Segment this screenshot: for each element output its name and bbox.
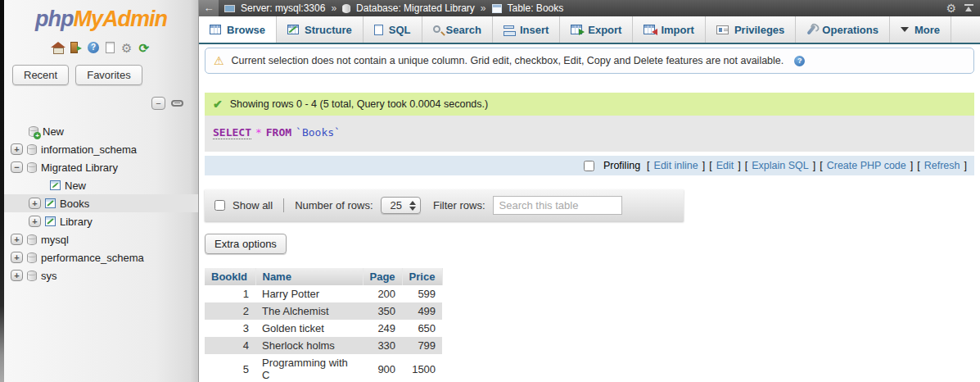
tree-label: Migrated Library xyxy=(41,161,118,174)
breadcrumb-separator: » xyxy=(331,2,336,14)
explain-sql-link[interactable]: Explain SQL xyxy=(752,160,808,171)
check-icon: ✔ xyxy=(213,98,223,111)
cell-bookid: 4 xyxy=(205,337,255,354)
bracket: ] xyxy=(910,160,913,171)
show-all-checkbox[interactable] xyxy=(215,200,225,211)
page-settings-icon[interactable]: ⚙ xyxy=(946,2,956,15)
breadcrumb-separator: » xyxy=(481,2,486,14)
sidebar-toolbar: ? ⚙ ⟳ xyxy=(4,40,198,55)
profiling-checkbox[interactable] xyxy=(584,161,594,171)
tree-item-mysql[interactable]: + mysql xyxy=(4,230,198,248)
bracket: [ xyxy=(647,160,649,171)
recent-button[interactable]: Recent xyxy=(12,65,69,85)
extra-options-button[interactable]: Extra options xyxy=(205,234,287,254)
expand-icon[interactable]: + xyxy=(11,252,23,263)
cell-page: 350 xyxy=(363,302,402,320)
database-icon xyxy=(27,234,37,245)
help-icon[interactable]: ? xyxy=(88,42,99,53)
warning-text: Current selection does not contain a uni… xyxy=(232,55,784,66)
refresh-link[interactable]: Refresh xyxy=(924,160,960,171)
column-header-name[interactable]: Name xyxy=(255,268,363,285)
create-php-code-link[interactable]: Create PHP code xyxy=(827,160,906,171)
main-panel: ← Server: mysql:3306 » Database: Migrate… xyxy=(199,0,980,382)
expand-icon[interactable]: + xyxy=(11,270,23,281)
navigation-sidebar: phpMyAdmin ? ⚙ ⟳ Recent Favorites − New … xyxy=(4,0,199,382)
tree-item-books[interactable]: + Books xyxy=(4,194,198,212)
edit-link[interactable]: Edit xyxy=(716,160,734,171)
database-icon xyxy=(27,271,37,281)
tree-item-library[interactable]: + Library xyxy=(4,212,198,230)
link-icon[interactable] xyxy=(171,100,183,107)
search-icon xyxy=(433,25,440,33)
column-header-page[interactable]: Page xyxy=(363,268,402,285)
expand-panel-icon[interactable] xyxy=(964,4,973,12)
show-all-label: Show all xyxy=(233,199,273,211)
expand-icon[interactable]: + xyxy=(29,198,41,209)
export-icon xyxy=(571,25,582,34)
tree-label: New xyxy=(43,125,64,138)
tab-label: Browse xyxy=(227,24,265,36)
tree-item-new-table[interactable]: New xyxy=(4,176,198,194)
tab-insert[interactable]: Insert xyxy=(493,16,560,43)
phpmyadmin-app: phpMyAdmin ? ⚙ ⟳ Recent Favorites − New … xyxy=(0,0,980,382)
tree-label: Library xyxy=(60,216,93,228)
breadcrumb-database[interactable]: Database: Migrated Library xyxy=(356,2,475,14)
tree-item-performance-schema[interactable]: + performance_schema xyxy=(4,248,198,266)
tab-browse[interactable]: Browse xyxy=(199,16,277,43)
column-header-price[interactable]: Price xyxy=(402,268,442,285)
expand-icon[interactable]: + xyxy=(11,143,23,155)
bracket: ] xyxy=(702,160,705,171)
tab-label: Search xyxy=(446,24,481,36)
database-new-icon xyxy=(29,126,38,137)
tab-privileges[interactable]: Privileges xyxy=(706,16,796,43)
tab-operations[interactable]: Operations xyxy=(796,16,890,43)
column-header-bookid[interactable]: BookId xyxy=(205,268,255,285)
tab-more[interactable]: More xyxy=(890,16,951,43)
breadcrumb-table[interactable]: Table: Books xyxy=(508,2,564,14)
edit-inline-link[interactable]: Edit inline xyxy=(654,160,698,171)
expand-icon[interactable]: + xyxy=(11,234,23,245)
tree-controls: − xyxy=(4,85,198,110)
expand-icon[interactable]: + xyxy=(29,216,41,227)
sidebar-panel-buttons: Recent Favorites xyxy=(4,55,198,85)
tree-item-new-database[interactable]: New xyxy=(4,122,198,140)
favorites-button[interactable]: Favorites xyxy=(75,65,142,85)
logo-myadmin-text: MyAdmin xyxy=(73,7,167,31)
tree-label: Books xyxy=(60,198,89,210)
import-icon xyxy=(644,25,655,34)
refresh-icon[interactable]: ⟳ xyxy=(138,42,149,54)
tree-label: information_schema xyxy=(41,143,137,156)
help-icon[interactable]: ? xyxy=(794,56,805,66)
sql-keyword-select: SELECT xyxy=(213,126,251,139)
cell-page: 200 xyxy=(363,285,402,302)
bracket: [ xyxy=(917,160,919,171)
docs-icon[interactable] xyxy=(106,42,115,53)
settings-icon[interactable]: ⚙ xyxy=(121,42,132,54)
tab-label: Operations xyxy=(822,24,878,36)
table-row: 4 Sherlock holms 330 799 xyxy=(205,337,442,354)
home-icon[interactable] xyxy=(53,48,64,54)
tree-label: New xyxy=(65,180,86,192)
tab-structure[interactable]: Structure xyxy=(277,16,364,43)
logo-php-text: php xyxy=(35,7,73,31)
tree-item-sys[interactable]: + sys xyxy=(4,266,198,284)
collapse-all-button[interactable]: − xyxy=(151,97,165,110)
cell-price: 799 xyxy=(402,337,442,354)
tree-item-migrated-library[interactable]: − Migrated Library xyxy=(4,158,198,176)
tab-import[interactable]: Import xyxy=(633,16,705,43)
back-button[interactable]: ← xyxy=(199,0,219,16)
tab-search[interactable]: Search xyxy=(422,16,493,43)
cell-name: The Alchemist xyxy=(255,302,363,320)
logout-icon[interactable] xyxy=(70,42,78,53)
filter-rows-input[interactable] xyxy=(493,196,622,215)
breadcrumb-server[interactable]: Server: mysql:3306 xyxy=(241,2,325,14)
collapse-icon[interactable]: − xyxy=(11,161,23,173)
tab-export[interactable]: Export xyxy=(560,16,633,43)
results-table: BookId Name Page Price 1 Harry Potter 20… xyxy=(205,268,443,382)
tree-item-information-schema[interactable]: + information_schema xyxy=(4,140,198,158)
insert-icon xyxy=(504,25,514,29)
topbar-right: ⚙ xyxy=(946,2,973,15)
tab-sql[interactable]: SQL xyxy=(364,16,422,43)
number-of-rows-select[interactable]: 25 xyxy=(381,197,421,214)
phpmyadmin-logo[interactable]: phpMyAdmin xyxy=(4,0,198,32)
